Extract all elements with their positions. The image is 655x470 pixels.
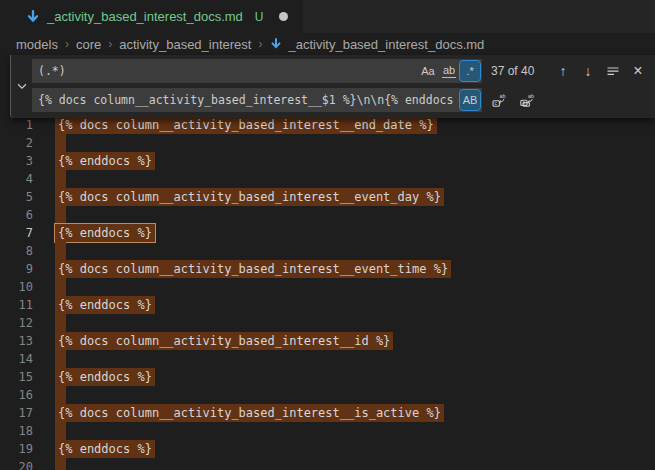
code-line[interactable]: 12 [0, 314, 655, 332]
regex-button[interactable]: .* [460, 61, 480, 81]
breadcrumb-item-file[interactable]: _activity_based_interest_docs.md [269, 37, 484, 52]
close-icon: × [633, 63, 642, 79]
code-line[interactable]: 3 {% enddocs %} [0, 152, 655, 170]
selection-lines-icon [605, 63, 621, 79]
line-number: 18 [0, 422, 33, 440]
arrow-down-icon: ↓ [585, 64, 592, 78]
line-text: {% enddocs %} [55, 152, 155, 170]
code-line[interactable]: 16 [0, 386, 655, 404]
breadcrumb-filename: _activity_based_interest_docs.md [288, 37, 484, 52]
breadcrumb-separator: › [253, 37, 267, 51]
line-number: 19 [0, 440, 33, 458]
code-line[interactable]: 5 {% docs column__activity_based_interes… [0, 188, 655, 206]
line-text [55, 458, 66, 470]
breadcrumb-separator: › [103, 37, 117, 51]
code-line[interactable]: 6 [0, 206, 655, 224]
tab-active-file[interactable]: _activity_based_interest_docs.md U [0, 0, 303, 33]
code-line[interactable]: 9 {% docs column__activity_based_interes… [0, 260, 655, 278]
breadcrumb-item-core[interactable]: core [76, 37, 101, 52]
chevron-down-icon [15, 79, 29, 93]
code-line[interactable]: 13 {% docs column__activity_based_intere… [0, 332, 655, 350]
code-line[interactable]: 19 {% enddocs %} [0, 440, 655, 458]
line-text: {% enddocs %} [55, 224, 155, 242]
code-line[interactable]: 17 {% docs column__activity_based_intere… [0, 404, 655, 422]
replace-button[interactable]: c ab [489, 90, 509, 110]
code-line[interactable]: 7 {% enddocs %} [0, 224, 655, 242]
line-number: 7 [0, 224, 33, 242]
line-number: 13 [0, 332, 33, 350]
line-text: {% docs column__activity_based_interest_… [55, 188, 444, 206]
replace-all-icon: a ab [519, 92, 535, 108]
code-line[interactable]: 4 [0, 170, 655, 188]
line-text: {% enddocs %} [55, 296, 155, 314]
code-line[interactable]: 15 {% enddocs %} [0, 368, 655, 386]
arrow-up-icon: ↑ [560, 64, 567, 78]
line-number: 17 [0, 404, 33, 422]
line-number: 9 [0, 260, 33, 278]
line-number: 15 [0, 368, 33, 386]
line-text [55, 134, 66, 152]
line-text: {% docs column__activity_based_interest_… [55, 332, 393, 350]
find-widget: (.*) Aa ab .* 37 of 40 ↑ ↓ [10, 55, 655, 118]
find-input[interactable]: (.*) Aa ab .* [32, 59, 482, 83]
line-text [55, 206, 66, 224]
breadcrumb-item-models[interactable]: models [16, 37, 58, 52]
code-line[interactable]: 18 [0, 422, 655, 440]
line-number: 5 [0, 188, 33, 206]
vscode-window: _activity_based_interest_docs.md U model… [0, 0, 655, 470]
match-case-button[interactable]: Aa [418, 61, 438, 81]
line-text [55, 314, 66, 332]
svg-text:ab: ab [528, 93, 534, 99]
match-count: 37 of 40 [491, 64, 534, 78]
replace-input[interactable]: {% docs column__activity_based_interest_… [32, 88, 482, 112]
replace-icon: c ab [491, 92, 507, 108]
code-line[interactable]: 8 [0, 242, 655, 260]
markdown-icon [25, 9, 41, 25]
replace-row: {% docs column__activity_based_interest_… [32, 88, 651, 112]
svg-text:ab: ab [500, 93, 506, 99]
code-line[interactable]: 14 [0, 350, 655, 368]
line-text [55, 170, 66, 188]
toggle-replace-button[interactable] [11, 59, 32, 112]
line-number: 11 [0, 296, 33, 314]
line-text: {% enddocs %} [55, 368, 155, 386]
previous-match-button[interactable]: ↑ [553, 61, 573, 81]
line-number: 20 [0, 458, 33, 470]
code-line[interactable]: 2 [0, 134, 655, 152]
next-match-button[interactable]: ↓ [578, 61, 598, 81]
line-number: 16 [0, 386, 33, 404]
replace-all-button[interactable]: a ab [517, 90, 537, 110]
modified-dot-icon[interactable] [279, 12, 288, 21]
breadcrumb-separator: › [60, 37, 74, 51]
code-line[interactable]: 11 {% enddocs %} [0, 296, 655, 314]
line-text: {% docs column__activity_based_interest_… [55, 404, 444, 422]
close-find-button[interactable]: × [628, 61, 648, 81]
line-number: 1 [0, 116, 33, 134]
find-input-value: (.*) [38, 64, 417, 78]
line-number: 8 [0, 242, 33, 260]
find-in-selection-button[interactable] [603, 61, 623, 81]
line-number: 6 [0, 206, 33, 224]
line-text [55, 422, 66, 440]
tab-bar: _activity_based_interest_docs.md U [0, 0, 655, 33]
line-text [55, 386, 66, 404]
markdown-icon [269, 37, 283, 51]
line-text: {% docs column__activity_based_interest_… [55, 116, 437, 134]
line-number: 12 [0, 314, 33, 332]
code-line[interactable]: 20 [0, 458, 655, 470]
line-number: 3 [0, 152, 33, 170]
line-number: 14 [0, 350, 33, 368]
git-status-badge: U [255, 10, 264, 24]
replace-input-value: {% docs column__activity_based_interest_… [38, 93, 459, 107]
line-text [55, 350, 66, 368]
line-text [55, 278, 66, 296]
code-line[interactable]: 1 {% docs column__activity_based_interes… [0, 116, 655, 134]
code-line[interactable]: 10 [0, 278, 655, 296]
preserve-case-button[interactable]: AB [460, 90, 480, 110]
breadcrumb-item-activity-based-interest[interactable]: activity_based_interest [119, 37, 251, 52]
breadcrumb: models › core › activity_based_interest … [0, 33, 655, 55]
whole-word-button[interactable]: ab [439, 61, 459, 81]
find-row: (.*) Aa ab .* 37 of 40 ↑ ↓ [32, 59, 651, 83]
svg-text:a: a [522, 100, 525, 105]
line-text: {% docs column__activity_based_interest_… [55, 260, 451, 278]
